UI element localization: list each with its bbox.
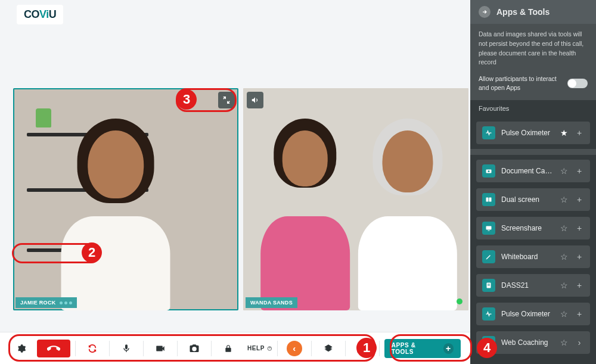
allow-interact-toggle[interactable]	[567, 79, 588, 88]
tool-label: DASS21	[501, 281, 553, 290]
svg-rect-3	[489, 198, 492, 202]
tool-label: Whiteboard	[501, 253, 553, 261]
video-tile-self[interactable]: JAMIE ROCK	[13, 88, 238, 310]
pulse-icon	[482, 307, 495, 321]
favourites-title: Favourites	[470, 100, 596, 117]
sidebar-header: Apps & Tools	[470, 0, 596, 24]
annotation-box-1	[8, 334, 375, 362]
star-icon[interactable]: ☆	[559, 309, 569, 319]
tool-label: Pulse Oximeter	[501, 129, 553, 137]
tool-item-pulse-oximeter-fav[interactable]: Pulse Oximeter ★ +	[476, 122, 590, 144]
tool-label: Web Coaching	[501, 338, 553, 347]
tool-item-whiteboard[interactable]: Whiteboard ☆ +	[476, 245, 590, 268]
participant-name-label: JAMIE ROCK	[20, 300, 56, 306]
speaker-icon[interactable]	[247, 92, 263, 108]
add-icon[interactable]: +	[575, 166, 584, 176]
brand-logo: COViU	[17, 5, 63, 24]
star-icon[interactable]: ☆	[559, 338, 569, 347]
add-icon[interactable]: +	[575, 281, 584, 290]
svg-rect-4	[486, 226, 492, 230]
camera-icon	[482, 164, 495, 178]
star-icon[interactable]: ☆	[559, 223, 569, 233]
svg-rect-7	[488, 284, 490, 285]
add-icon[interactable]: +	[575, 223, 584, 233]
tool-item-screenshare[interactable]: Screenshare ☆ +	[476, 217, 590, 239]
participant-name-self: JAMIE ROCK	[15, 297, 77, 308]
add-icon[interactable]: +	[575, 252, 584, 262]
tools-list: Document Camera ☆ + Dual screen ☆ + Scre…	[470, 155, 596, 364]
annotation-3: 3	[176, 89, 197, 110]
star-icon[interactable]: ☆	[559, 166, 569, 176]
arrow-right-icon[interactable]	[479, 6, 491, 18]
video-placeholder	[13, 88, 238, 310]
form-icon	[482, 279, 495, 292]
svg-rect-2	[486, 198, 489, 202]
sidebar-title: Apps & Tools	[496, 7, 550, 17]
tool-item-document-camera[interactable]: Document Camera ☆ +	[476, 160, 590, 182]
chevron-right-icon[interactable]: ›	[575, 338, 584, 347]
logo-pre: CO	[24, 8, 39, 20]
add-icon[interactable]: +	[575, 128, 584, 138]
logo-mid: Vi	[39, 8, 49, 20]
screenshare-icon	[482, 222, 495, 235]
svg-point-1	[488, 170, 490, 172]
sidebar-disclaimer: Data and images shared via tools will no…	[470, 24, 596, 71]
annotation-1: 1	[356, 338, 377, 358]
tool-label: Document Camera	[501, 167, 553, 175]
apps-tools-sidebar: Apps & Tools Data and images shared via …	[470, 0, 596, 364]
tool-item-dual-screen[interactable]: Dual screen ☆ +	[476, 188, 590, 211]
star-icon[interactable]: ★	[559, 128, 569, 138]
annotation-2: 2	[82, 242, 102, 263]
toggle-label: Allow participants to interact and open …	[479, 74, 563, 92]
sidebar-toggle-row: Allow participants to interact and open …	[470, 71, 596, 100]
pen-icon	[482, 250, 495, 263]
video-tile-remote[interactable]: WANDA SANDS	[243, 88, 468, 310]
logo-post: U	[49, 8, 57, 20]
favourites-list: Pulse Oximeter ★ +	[470, 117, 596, 149]
star-icon[interactable]: ☆	[559, 281, 569, 290]
dual-screen-icon	[482, 193, 495, 206]
presence-dot-icon	[457, 298, 462, 304]
tool-label: Dual screen	[501, 195, 553, 204]
star-icon[interactable]: ☆	[559, 195, 569, 204]
add-icon[interactable]: +	[575, 195, 584, 204]
video-placeholder	[243, 88, 468, 310]
svg-rect-8	[488, 285, 490, 286]
svg-rect-5	[488, 231, 490, 231]
tool-item-dass21[interactable]: DASS21 ☆ +	[476, 274, 590, 297]
tool-label: Pulse Oximeter	[501, 310, 553, 318]
add-icon[interactable]: +	[575, 309, 584, 319]
video-stage: JAMIE ROCK WANDA SANDS	[13, 88, 468, 310]
tool-label: Screenshare	[501, 224, 553, 232]
participant-name-remote: WANDA SANDS	[246, 297, 297, 308]
tool-item-pulse-oximeter[interactable]: Pulse Oximeter ☆ +	[476, 303, 590, 325]
audio-level-icon	[60, 301, 72, 304]
annotation-box-4	[390, 334, 472, 362]
pulse-icon	[482, 126, 495, 139]
star-icon[interactable]: ☆	[559, 252, 569, 262]
annotation-4: 4	[477, 338, 497, 358]
participant-name-label: WANDA SANDS	[250, 300, 293, 306]
